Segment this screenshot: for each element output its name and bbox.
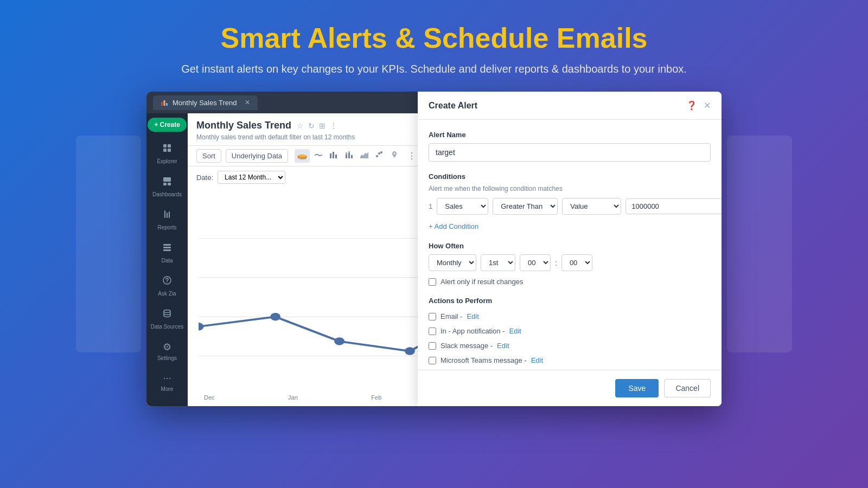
svg-rect-8 (163, 183, 167, 185)
dashboards-label: Dashboards (152, 191, 182, 198)
svg-rect-24 (348, 153, 350, 158)
create-button[interactable]: + Create (148, 118, 187, 132)
svg-point-30 (394, 153, 395, 155)
save-button[interactable]: Save (615, 379, 659, 397)
teams-edit-link[interactable]: Edit (531, 356, 543, 364)
email-edit-link[interactable]: Edit (467, 312, 478, 320)
tab-bar-left: Monthly Sales Trend ✕ (153, 95, 258, 110)
svg-rect-1 (164, 100, 165, 106)
sort-button[interactable]: Sort (196, 149, 221, 163)
hour-select[interactable]: 00 01 06 12 (520, 254, 551, 271)
x-label-dec: Dec (204, 394, 215, 401)
condition-type-select[interactable]: Value Percentage (562, 198, 621, 215)
add-condition-button[interactable]: + Add Condition (429, 222, 478, 230)
how-often-label: How Often (429, 242, 711, 250)
scatter-icon[interactable] (373, 149, 386, 163)
svg-rect-11 (167, 213, 168, 218)
data-label: Data (161, 258, 173, 264)
chart-tab-icon (161, 99, 168, 106)
settings-icon: ⚙ (163, 341, 171, 353)
actions-label: Actions to Perform (429, 297, 711, 305)
ellipsis-icon[interactable]: ⋮ (330, 121, 337, 130)
tab-close-icon[interactable]: ✕ (245, 99, 250, 106)
email-label: Email - (441, 312, 462, 320)
stacked-bar-icon[interactable] (342, 149, 355, 163)
svg-rect-7 (163, 177, 171, 182)
pie-chart-icon[interactable]: 🥧 (295, 149, 310, 163)
condition-row-1: 1 Sales Revenue Orders Greater Than Less… (429, 198, 711, 215)
svg-rect-23 (346, 152, 347, 155)
tab-label: Monthly Sales Trend (173, 99, 237, 107)
explorer-icon (162, 143, 173, 156)
refresh-icon[interactable]: ↻ (308, 121, 315, 130)
svg-rect-26 (351, 155, 353, 158)
svg-rect-3 (163, 144, 167, 147)
day-select[interactable]: 1st 2nd 3rd (481, 254, 515, 271)
email-checkbox[interactable] (429, 313, 436, 320)
svg-point-35 (199, 323, 203, 330)
hero-subtitle: Get instant alerts on key changes to you… (181, 63, 687, 75)
svg-rect-5 (163, 149, 167, 152)
alert-name-input[interactable] (429, 143, 711, 162)
sidebar-item-data[interactable]: Data (146, 237, 188, 268)
svg-rect-14 (163, 247, 171, 248)
area-chart-icon[interactable] (358, 149, 371, 163)
dialog-body: Alert Name Conditions Alert me when the … (418, 120, 722, 370)
condition-field-select[interactable]: Sales Revenue Orders (437, 198, 488, 215)
star-icon[interactable]: ☆ (297, 121, 304, 130)
teams-checkbox[interactable] (429, 357, 436, 364)
sidebar-item-explorer[interactable]: Explorer (146, 138, 188, 169)
alert-if-changes-row: Alert only if result changes (429, 278, 711, 286)
condition-operator-select[interactable]: Greater Than Less Than Equal To (493, 198, 558, 215)
svg-rect-10 (164, 210, 165, 218)
slack-edit-link[interactable]: Edit (497, 342, 509, 350)
bar-chart-icon[interactable] (327, 149, 340, 163)
x-label-jan: Jan (288, 394, 298, 401)
more-icon: ··· (163, 373, 171, 384)
action-teams: Microsoft Teams message - Edit (429, 353, 711, 368)
map-icon[interactable] (388, 149, 401, 163)
alert-if-changes-checkbox[interactable] (429, 278, 436, 286)
cancel-button[interactable]: Cancel (664, 379, 711, 397)
svg-rect-12 (169, 211, 170, 218)
sidebar-item-data-sources[interactable]: Data Sources (146, 304, 188, 335)
conditions-label: Conditions (429, 172, 711, 181)
in-app-edit-link[interactable]: Edit (509, 327, 521, 335)
condition-value-input[interactable] (626, 198, 722, 214)
sidebar-item-ask-zia[interactable]: Ask Zia (146, 271, 188, 301)
svg-point-37 (334, 337, 344, 345)
ask-zia-label: Ask Zia (158, 291, 176, 297)
active-tab[interactable]: Monthly Sales Trend ✕ (153, 95, 258, 110)
table-icon[interactable]: ⊞ (319, 121, 326, 130)
slack-checkbox[interactable] (429, 342, 436, 350)
data-sources-icon (162, 308, 173, 322)
side-panel-right (727, 136, 792, 352)
svg-rect-6 (168, 149, 171, 152)
dialog-footer: Save Cancel (418, 370, 722, 406)
in-app-label: In - App notification - (441, 327, 505, 335)
actions-section: Actions to Perform Email - Edit In - App… (429, 297, 711, 370)
svg-rect-25 (348, 151, 350, 153)
minute-select[interactable]: 00 15 30 45 (561, 254, 592, 271)
sidebar-item-settings[interactable]: ⚙ Settings (146, 337, 188, 366)
date-range-select[interactable]: Last 12 Month... Last 6 Months Last 3 Mo… (218, 171, 285, 184)
in-app-checkbox[interactable] (429, 328, 436, 335)
svg-rect-22 (346, 155, 347, 158)
chart-type-group: 🥧 〜 (295, 149, 401, 163)
frequency-select[interactable]: Monthly Daily Weekly Hourly (429, 254, 476, 271)
sidebar-item-more[interactable]: ··· More (146, 368, 188, 397)
line-chart-icon[interactable]: 〜 (312, 149, 325, 163)
sidebar-item-reports[interactable]: Reports (146, 204, 188, 235)
svg-point-17 (167, 282, 168, 283)
svg-rect-15 (163, 249, 171, 251)
toolbar-more-icon[interactable]: ⋮ (407, 151, 416, 161)
underlying-data-button[interactable]: Underlying Data (226, 149, 288, 163)
svg-rect-9 (168, 183, 171, 185)
data-sources-label: Data Sources (151, 324, 184, 330)
svg-point-27 (376, 155, 378, 157)
report-title: Monthly Sales Trend (196, 120, 291, 131)
how-often-controls: Monthly Daily Weekly Hourly 1st 2nd 3rd … (429, 254, 711, 271)
action-slack: Slack message - Edit (429, 338, 711, 353)
explorer-label: Explorer (157, 158, 177, 165)
sidebar-item-dashboards[interactable]: Dashboards (146, 171, 188, 202)
